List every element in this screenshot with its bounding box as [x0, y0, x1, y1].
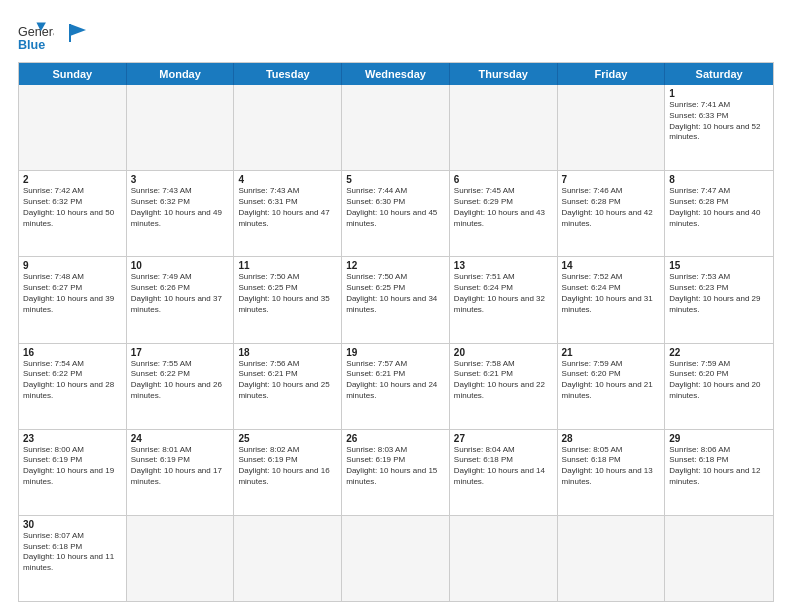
day-cell-20: 20Sunrise: 7:58 AMSunset: 6:21 PMDayligh… — [450, 344, 558, 429]
day-cell-9: 9Sunrise: 7:48 AMSunset: 6:27 PMDaylight… — [19, 257, 127, 342]
empty-cell — [127, 516, 235, 601]
day-number: 24 — [131, 433, 230, 444]
day-number: 4 — [238, 174, 337, 185]
day-cell-29: 29Sunrise: 8:06 AMSunset: 6:18 PMDayligh… — [665, 430, 773, 515]
sun-info: Sunrise: 7:51 AMSunset: 6:24 PMDaylight:… — [454, 272, 553, 315]
day-cell-5: 5Sunrise: 7:44 AMSunset: 6:30 PMDaylight… — [342, 171, 450, 256]
day-cell-24: 24Sunrise: 8:01 AMSunset: 6:19 PMDayligh… — [127, 430, 235, 515]
day-cell-23: 23Sunrise: 8:00 AMSunset: 6:19 PMDayligh… — [19, 430, 127, 515]
day-cell-28: 28Sunrise: 8:05 AMSunset: 6:18 PMDayligh… — [558, 430, 666, 515]
week-row-3: 16Sunrise: 7:54 AMSunset: 6:22 PMDayligh… — [19, 343, 773, 429]
svg-text:Blue: Blue — [18, 38, 45, 52]
day-number: 14 — [562, 260, 661, 271]
sun-info: Sunrise: 7:45 AMSunset: 6:29 PMDaylight:… — [454, 186, 553, 229]
empty-cell — [558, 85, 666, 170]
sun-info: Sunrise: 7:56 AMSunset: 6:21 PMDaylight:… — [238, 359, 337, 402]
col-header-friday: Friday — [558, 63, 666, 85]
col-header-sunday: Sunday — [19, 63, 127, 85]
day-cell-6: 6Sunrise: 7:45 AMSunset: 6:29 PMDaylight… — [450, 171, 558, 256]
empty-cell — [234, 85, 342, 170]
sun-info: Sunrise: 8:05 AMSunset: 6:18 PMDaylight:… — [562, 445, 661, 488]
sun-info: Sunrise: 7:53 AMSunset: 6:23 PMDaylight:… — [669, 272, 769, 315]
day-number: 3 — [131, 174, 230, 185]
day-cell-18: 18Sunrise: 7:56 AMSunset: 6:21 PMDayligh… — [234, 344, 342, 429]
day-number: 7 — [562, 174, 661, 185]
sun-info: Sunrise: 7:59 AMSunset: 6:20 PMDaylight:… — [669, 359, 769, 402]
col-header-tuesday: Tuesday — [234, 63, 342, 85]
day-cell-1: 1Sunrise: 7:41 AMSunset: 6:33 PMDaylight… — [665, 85, 773, 170]
day-cell-16: 16Sunrise: 7:54 AMSunset: 6:22 PMDayligh… — [19, 344, 127, 429]
sun-info: Sunrise: 7:54 AMSunset: 6:22 PMDaylight:… — [23, 359, 122, 402]
day-number: 28 — [562, 433, 661, 444]
day-cell-21: 21Sunrise: 7:59 AMSunset: 6:20 PMDayligh… — [558, 344, 666, 429]
day-cell-14: 14Sunrise: 7:52 AMSunset: 6:24 PMDayligh… — [558, 257, 666, 342]
day-number: 15 — [669, 260, 769, 271]
week-row-4: 23Sunrise: 8:00 AMSunset: 6:19 PMDayligh… — [19, 429, 773, 515]
day-number: 1 — [669, 88, 769, 99]
col-header-thursday: Thursday — [450, 63, 558, 85]
page: General Blue — [0, 0, 792, 612]
day-cell-25: 25Sunrise: 8:02 AMSunset: 6:19 PMDayligh… — [234, 430, 342, 515]
day-number: 26 — [346, 433, 445, 444]
day-number: 23 — [23, 433, 122, 444]
sun-info: Sunrise: 7:46 AMSunset: 6:28 PMDaylight:… — [562, 186, 661, 229]
day-number: 2 — [23, 174, 122, 185]
col-header-saturday: Saturday — [665, 63, 773, 85]
day-cell-27: 27Sunrise: 8:04 AMSunset: 6:18 PMDayligh… — [450, 430, 558, 515]
day-number: 13 — [454, 260, 553, 271]
day-cell-7: 7Sunrise: 7:46 AMSunset: 6:28 PMDaylight… — [558, 171, 666, 256]
day-number: 18 — [238, 347, 337, 358]
sun-info: Sunrise: 7:57 AMSunset: 6:21 PMDaylight:… — [346, 359, 445, 402]
sun-info: Sunrise: 8:06 AMSunset: 6:18 PMDaylight:… — [669, 445, 769, 488]
day-number: 5 — [346, 174, 445, 185]
col-header-monday: Monday — [127, 63, 235, 85]
sun-info: Sunrise: 7:47 AMSunset: 6:28 PMDaylight:… — [669, 186, 769, 229]
empty-cell — [450, 516, 558, 601]
header: General Blue — [18, 18, 774, 54]
day-cell-17: 17Sunrise: 7:55 AMSunset: 6:22 PMDayligh… — [127, 344, 235, 429]
day-cell-26: 26Sunrise: 8:03 AMSunset: 6:19 PMDayligh… — [342, 430, 450, 515]
day-number: 17 — [131, 347, 230, 358]
day-number: 21 — [562, 347, 661, 358]
day-cell-2: 2Sunrise: 7:42 AMSunset: 6:32 PMDaylight… — [19, 171, 127, 256]
day-number: 25 — [238, 433, 337, 444]
empty-cell — [450, 85, 558, 170]
sun-info: Sunrise: 7:44 AMSunset: 6:30 PMDaylight:… — [346, 186, 445, 229]
empty-cell — [19, 85, 127, 170]
sun-info: Sunrise: 8:07 AMSunset: 6:18 PMDaylight:… — [23, 531, 122, 574]
week-row-2: 9Sunrise: 7:48 AMSunset: 6:27 PMDaylight… — [19, 256, 773, 342]
logo: General Blue — [18, 18, 88, 54]
calendar-header: SundayMondayTuesdayWednesdayThursdayFrid… — [19, 63, 773, 85]
sun-info: Sunrise: 8:01 AMSunset: 6:19 PMDaylight:… — [131, 445, 230, 488]
empty-cell — [342, 85, 450, 170]
day-number: 9 — [23, 260, 122, 271]
sun-info: Sunrise: 7:42 AMSunset: 6:32 PMDaylight:… — [23, 186, 122, 229]
day-number: 20 — [454, 347, 553, 358]
logo-flag-icon — [66, 22, 88, 44]
sun-info: Sunrise: 7:43 AMSunset: 6:31 PMDaylight:… — [238, 186, 337, 229]
sun-info: Sunrise: 8:00 AMSunset: 6:19 PMDaylight:… — [23, 445, 122, 488]
calendar: SundayMondayTuesdayWednesdayThursdayFrid… — [18, 62, 774, 602]
sun-info: Sunrise: 8:04 AMSunset: 6:18 PMDaylight:… — [454, 445, 553, 488]
day-cell-12: 12Sunrise: 7:50 AMSunset: 6:25 PMDayligh… — [342, 257, 450, 342]
day-cell-8: 8Sunrise: 7:47 AMSunset: 6:28 PMDaylight… — [665, 171, 773, 256]
empty-cell — [665, 516, 773, 601]
sun-info: Sunrise: 7:49 AMSunset: 6:26 PMDaylight:… — [131, 272, 230, 315]
day-cell-15: 15Sunrise: 7:53 AMSunset: 6:23 PMDayligh… — [665, 257, 773, 342]
day-number: 16 — [23, 347, 122, 358]
day-number: 29 — [669, 433, 769, 444]
day-number: 27 — [454, 433, 553, 444]
col-header-wednesday: Wednesday — [342, 63, 450, 85]
day-cell-3: 3Sunrise: 7:43 AMSunset: 6:32 PMDaylight… — [127, 171, 235, 256]
sun-info: Sunrise: 7:58 AMSunset: 6:21 PMDaylight:… — [454, 359, 553, 402]
sun-info: Sunrise: 7:52 AMSunset: 6:24 PMDaylight:… — [562, 272, 661, 315]
day-number: 30 — [23, 519, 122, 530]
day-cell-10: 10Sunrise: 7:49 AMSunset: 6:26 PMDayligh… — [127, 257, 235, 342]
week-row-1: 2Sunrise: 7:42 AMSunset: 6:32 PMDaylight… — [19, 170, 773, 256]
empty-cell — [127, 85, 235, 170]
sun-info: Sunrise: 8:02 AMSunset: 6:19 PMDaylight:… — [238, 445, 337, 488]
day-cell-19: 19Sunrise: 7:57 AMSunset: 6:21 PMDayligh… — [342, 344, 450, 429]
calendar-body: 1Sunrise: 7:41 AMSunset: 6:33 PMDaylight… — [19, 85, 773, 601]
sun-info: Sunrise: 7:55 AMSunset: 6:22 PMDaylight:… — [131, 359, 230, 402]
svg-marker-3 — [70, 24, 86, 36]
